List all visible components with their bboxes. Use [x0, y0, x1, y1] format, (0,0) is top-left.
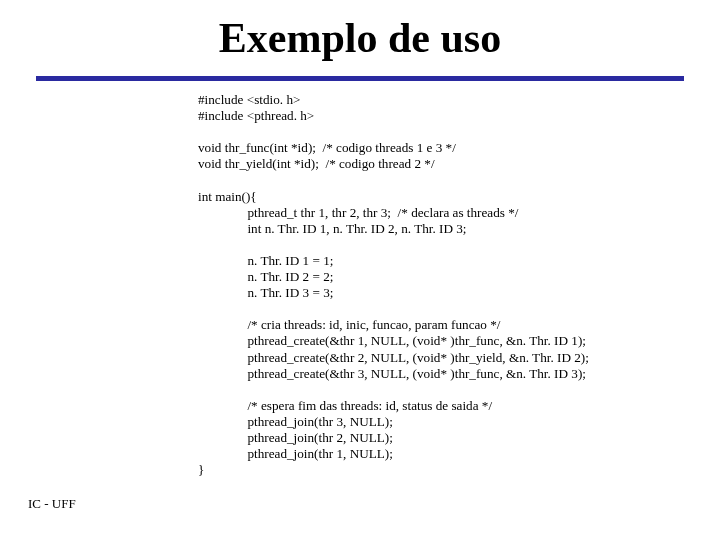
code-block: #include <stdio. h> #include <pthread. h…	[198, 92, 698, 478]
slide-title: Exemplo de uso	[0, 14, 720, 62]
slide: Exemplo de uso #include <stdio. h> #incl…	[0, 0, 720, 540]
horizontal-rule	[36, 76, 684, 81]
footer-text: IC - UFF	[28, 496, 76, 512]
